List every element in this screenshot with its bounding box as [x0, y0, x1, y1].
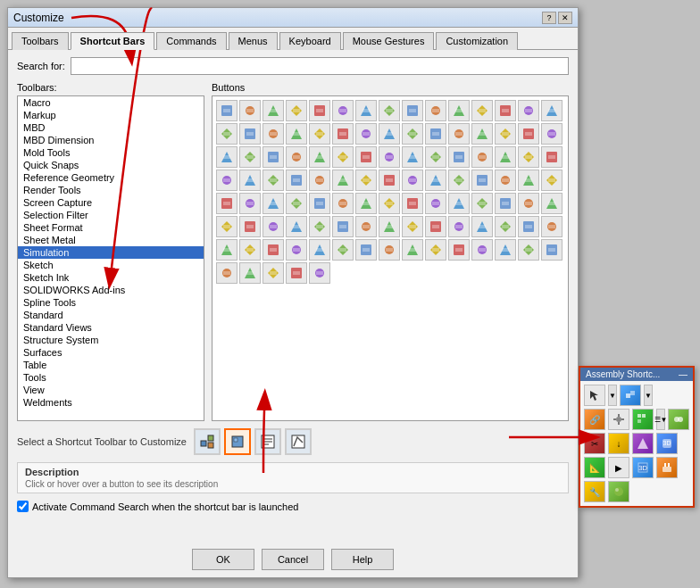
tab-menus[interactable]: Menus	[229, 32, 278, 50]
button-grid-item[interactable]	[216, 100, 238, 121]
button-grid-item[interactable]	[518, 170, 539, 191]
button-grid-item[interactable]	[239, 170, 261, 191]
button-grid-item[interactable]	[425, 216, 446, 237]
asm-mate-btn[interactable]: 🔗	[584, 409, 605, 430]
tab-shortcut-bars[interactable]: Shortcut Bars	[71, 32, 155, 50]
button-grid-item[interactable]	[262, 239, 284, 261]
button-grid-item[interactable]	[541, 170, 562, 191]
button-grid-item[interactable]	[239, 239, 261, 261]
toolbar-list-item[interactable]: MBD	[18, 121, 204, 134]
button-grid-item[interactable]	[216, 123, 238, 145]
button-grid-item[interactable]	[355, 239, 377, 261]
help-button[interactable]: ?	[542, 12, 556, 24]
asm-cursor-btn[interactable]	[584, 385, 605, 406]
button-grid-item[interactable]	[495, 123, 516, 145]
button-grid-item[interactable]	[448, 170, 470, 191]
asm-wire-btn[interactable]: 🔧	[584, 481, 605, 502]
ok-button[interactable]: OK	[192, 549, 254, 570]
button-grid-item[interactable]	[448, 146, 470, 168]
button-grid-item[interactable]	[448, 123, 470, 145]
button-grid-item[interactable]	[309, 123, 330, 145]
button-grid-item[interactable]	[355, 100, 377, 121]
button-grid-item[interactable]	[309, 100, 330, 121]
button-grid-item[interactable]	[309, 239, 330, 261]
toolbar-list-item[interactable]: Screen Capture	[18, 196, 204, 209]
asm-component-btn[interactable]	[620, 385, 641, 406]
close-button[interactable]: ✕	[558, 12, 572, 24]
toolbar-list-item[interactable]: Render Tools	[18, 184, 204, 196]
button-grid-item[interactable]	[425, 146, 446, 168]
button-grid-item[interactable]	[471, 239, 493, 261]
button-grid-item[interactable]	[495, 146, 516, 168]
button-grid-item[interactable]	[216, 170, 238, 191]
toolbar-list-item[interactable]: Selection Filter	[18, 209, 204, 221]
button-grid-item[interactable]	[286, 239, 307, 261]
asm-smartmates-btn[interactable]	[668, 409, 689, 430]
button-grid-item[interactable]	[286, 216, 307, 237]
toolbar-list-item[interactable]: Reference Geometry	[18, 171, 204, 184]
cursor-dropdown-btn[interactable]: ▼	[608, 385, 617, 406]
button-grid-item[interactable]	[309, 193, 330, 214]
button-grid-item[interactable]	[286, 170, 307, 191]
button-grid-item[interactable]	[379, 170, 400, 191]
button-grid-item[interactable]	[448, 216, 470, 237]
button-grid-item[interactable]	[448, 100, 470, 121]
button-grid-item[interactable]	[425, 100, 446, 121]
toolbar-list-item[interactable]: Simulation	[18, 246, 204, 259]
tab-mouse-gestures[interactable]: Mouse Gestures	[343, 32, 435, 50]
tab-customization[interactable]: Customization	[436, 32, 518, 50]
button-grid-item[interactable]	[495, 100, 516, 121]
cancel-button[interactable]: Cancel	[262, 549, 324, 570]
button-grid-item[interactable]	[379, 193, 400, 214]
button-grid-item[interactable]	[332, 170, 354, 191]
asm-feature-btn[interactable]	[632, 433, 654, 454]
asm-assemble-btn[interactable]: 3D	[656, 433, 678, 454]
button-grid-item[interactable]	[216, 216, 238, 237]
button-grid-item[interactable]	[262, 193, 284, 214]
toolbar-list-item[interactable]: Macro	[18, 96, 204, 109]
button-grid-item[interactable]	[262, 262, 284, 284]
button-grid-item[interactable]	[239, 146, 261, 168]
button-grid-item[interactable]	[471, 170, 493, 191]
button-grid-item[interactable]	[355, 146, 377, 168]
activate-search-checkbox[interactable]	[17, 501, 29, 512]
button-grid-item[interactable]	[262, 146, 284, 168]
button-grid-item[interactable]	[286, 123, 307, 145]
button-grid-item[interactable]	[332, 239, 354, 261]
button-grid-item[interactable]	[471, 216, 493, 237]
activate-search-checkbox-label[interactable]: Activate Command Search when the shortcu…	[17, 501, 298, 512]
button-grid-item[interactable]	[216, 193, 238, 214]
tab-keyboard[interactable]: Keyboard	[279, 32, 341, 50]
toolbar-list-item[interactable]: Sheet Format	[18, 221, 204, 234]
asm-move-btn[interactable]: ✂	[584, 433, 605, 454]
button-grid-item[interactable]	[518, 146, 539, 168]
button-grid-item[interactable]	[309, 146, 330, 168]
button-grid-item[interactable]	[379, 123, 400, 145]
button-grid-item[interactable]	[286, 100, 307, 121]
button-grid-item[interactable]	[379, 100, 400, 121]
button-grid-item[interactable]	[286, 146, 307, 168]
button-grid-item[interactable]	[309, 170, 330, 191]
button-grid-item[interactable]	[518, 123, 539, 145]
asm-down-btn[interactable]: ↓	[608, 433, 629, 454]
tab-toolbars[interactable]: Toolbars	[12, 32, 69, 50]
button-grid-item[interactable]	[262, 123, 284, 145]
button-grid-item[interactable]	[541, 193, 562, 214]
button-grid-item[interactable]	[355, 123, 377, 145]
button-grid-item[interactable]	[332, 100, 354, 121]
asm-play-btn[interactable]: ▶	[608, 457, 629, 478]
sketch-shortcut-btn[interactable]	[285, 428, 312, 455]
component-dropdown-btn[interactable]: ▼	[644, 385, 653, 406]
button-grid-item[interactable]	[355, 193, 377, 214]
button-grid-item[interactable]	[471, 123, 493, 145]
asm-pattern-btn[interactable]	[632, 409, 654, 430]
button-grid-item[interactable]	[332, 146, 354, 168]
button-grid-item[interactable]	[216, 146, 238, 168]
button-grid-item[interactable]	[471, 100, 493, 121]
button-grid-item[interactable]	[379, 216, 400, 237]
button-grid-item[interactable]	[495, 170, 516, 191]
button-grid-item[interactable]	[379, 239, 400, 261]
toolbar-list-item[interactable]: Weldments	[18, 396, 204, 409]
button-grid-item[interactable]	[216, 262, 238, 284]
button-grid-item[interactable]	[448, 239, 470, 261]
